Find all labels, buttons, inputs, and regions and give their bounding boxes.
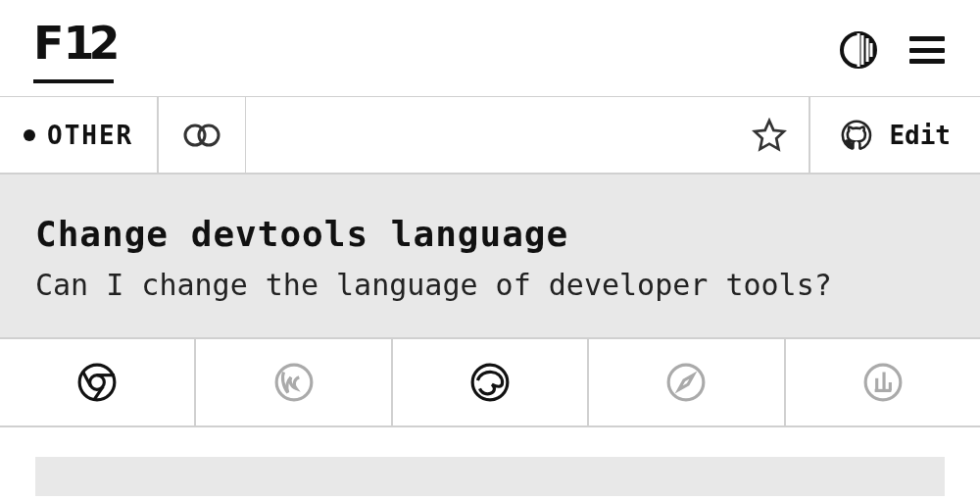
firefox-icon xyxy=(273,362,315,403)
edge-icon xyxy=(469,362,511,403)
hamburger-icon xyxy=(909,36,945,64)
edit-label: Edit xyxy=(889,121,951,150)
theme-toggle-icon[interactable] xyxy=(839,30,878,70)
svg-point-6 xyxy=(199,125,219,145)
polypane-icon xyxy=(862,362,904,403)
svg-marker-7 xyxy=(755,121,784,149)
page-title: Change devtools language xyxy=(35,214,945,254)
github-icon xyxy=(840,119,873,152)
chrome-icon xyxy=(76,362,118,403)
browser-support-row xyxy=(0,337,980,427)
browser-firefox[interactable] xyxy=(196,339,392,425)
browser-edge[interactable] xyxy=(393,339,589,425)
topbar-actions xyxy=(839,30,947,70)
topbar: F12 xyxy=(0,0,980,96)
site-logo[interactable]: F12 xyxy=(33,17,114,83)
content-area xyxy=(0,427,980,500)
star-icon xyxy=(752,118,787,153)
tabbar-spacer xyxy=(246,97,808,173)
menu-icon[interactable] xyxy=(907,30,947,70)
link-icon xyxy=(182,121,221,150)
permalink-button[interactable] xyxy=(159,97,246,173)
browser-safari[interactable] xyxy=(589,339,785,425)
category-tab[interactable]: OTHER xyxy=(0,97,159,173)
browser-chrome[interactable] xyxy=(0,339,196,425)
edit-button[interactable]: Edit xyxy=(808,97,980,173)
content-placeholder xyxy=(35,457,945,496)
favorite-button[interactable] xyxy=(750,116,789,155)
category-label: OTHER xyxy=(47,121,133,150)
logo-text-f: F xyxy=(33,17,63,70)
svg-point-15 xyxy=(669,365,705,400)
hero-section: Change devtools language Can I change th… xyxy=(0,175,980,337)
safari-icon xyxy=(665,362,707,403)
page-subtitle: Can I change the language of developer t… xyxy=(35,268,945,302)
category-dot-icon xyxy=(24,129,35,141)
logo-text-12: 12 xyxy=(63,17,114,70)
tabbar: OTHER Edit xyxy=(0,96,980,175)
browser-polypane[interactable] xyxy=(786,339,980,425)
svg-marker-16 xyxy=(679,375,694,390)
